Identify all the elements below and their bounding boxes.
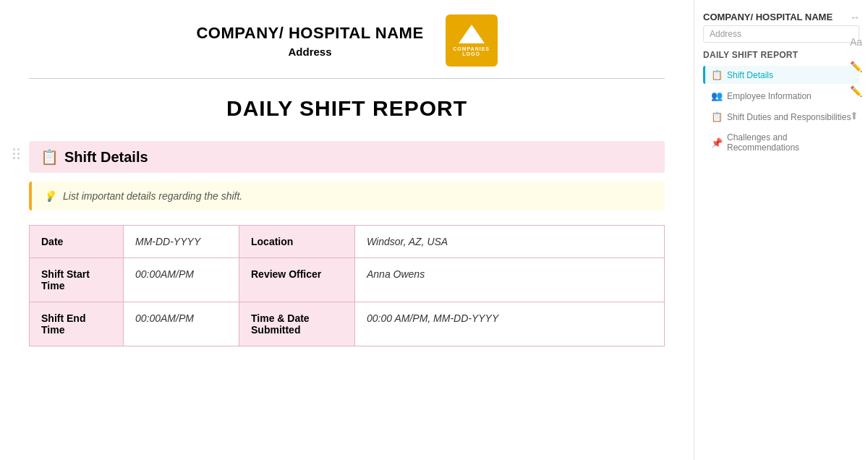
table-row: Shift Start Time00:00AM/PMReview Officer…	[30, 258, 665, 302]
sidebar-employee-label: Employee Information	[727, 91, 812, 101]
row-label-2: Location	[239, 226, 355, 258]
sidebar-challenges-label: Challenges and Recommendations	[727, 132, 854, 153]
company-address: Address	[196, 46, 423, 58]
upload-icon[interactable]: ⬆	[850, 110, 862, 122]
header-text-block: COMPANY/ HOSPITAL NAME Address	[196, 24, 423, 58]
sidebar-navigation: 📋 Shift Details 👥 Employee Information 📋…	[703, 66, 859, 156]
row-label-1: Date	[30, 226, 124, 258]
logo-triangle-icon	[459, 25, 485, 43]
row-label-1: Shift Start Time	[30, 258, 124, 302]
row-value-2: 00:00 AM/PM, MM-DD-YYYY	[355, 302, 665, 346]
table-row: DateMM-DD-YYYYLocationWindsor, AZ, USA	[30, 226, 665, 258]
sidebar-item-shift-details[interactable]: 📋 Shift Details	[703, 66, 859, 84]
expand-icon[interactable]: ↔	[850, 12, 862, 23]
table-row: Shift End Time00:00AM/PMTime & Date Subm…	[30, 302, 665, 346]
row-value-2: Anna Owens	[355, 258, 665, 302]
sidebar-shift-label: Shift Details	[727, 70, 773, 80]
document-header: COMPANY/ HOSPITAL NAME Address COMPANIES…	[29, 14, 665, 79]
row-label-2: Review Officer	[239, 258, 355, 302]
sidebar-item-employee-info[interactable]: 👥 Employee Information	[703, 87, 859, 105]
sidebar-item-challenges[interactable]: 📌 Challenges and Recommendations	[703, 129, 859, 156]
sidebar-company-name: COMPANY/ HOSPITAL NAME	[703, 12, 859, 22]
sidebar-duties-label: Shift Duties and Responsibilities	[727, 112, 851, 122]
company-name: COMPANY/ HOSPITAL NAME	[196, 24, 423, 43]
shift-details-label: Shift Details	[64, 149, 148, 166]
sidebar-address: Address	[703, 25, 859, 43]
shift-details-section: 📋 Shift Details 💡 List important details…	[29, 141, 665, 346]
row-value-1: MM-DD-YYYY	[124, 226, 239, 258]
tip-text: List important details regarding the shi…	[63, 190, 242, 202]
drag-handle[interactable]	[13, 148, 20, 159]
row-label-2: Time & Date Submitted	[239, 302, 355, 346]
tip-box: 💡 List important details regarding the s…	[29, 182, 665, 210]
row-label-1: Shift End Time	[30, 302, 124, 346]
shift-details-header: 📋 Shift Details	[29, 141, 665, 173]
sidebar-report-title: DAILY SHIFT REPORT	[703, 50, 859, 60]
sidebar-shift-icon: 📋	[711, 69, 723, 80]
font-size-icon[interactable]: Aa	[850, 36, 862, 48]
row-value-1: 00:00AM/PM	[124, 302, 239, 346]
sidebar: COMPANY/ HOSPITAL NAME Address DAILY SHI…	[694, 0, 868, 460]
sidebar-duties-icon: 📋	[711, 111, 723, 122]
sidebar-item-shift-duties[interactable]: 📋 Shift Duties and Responsibilities	[703, 108, 859, 126]
sidebar-right-icons: ↔ Aa ✏️ ✏️ ⬆	[850, 12, 862, 122]
report-title: DAILY SHIFT REPORT	[29, 96, 665, 121]
edit-icon-1[interactable]: ✏️	[850, 61, 862, 72]
logo-text: COMPANIESLOGO	[453, 46, 490, 56]
tip-icon: 💡	[43, 190, 56, 202]
company-logo: COMPANIESLOGO	[446, 14, 498, 67]
shift-details-icon: 📋	[41, 148, 59, 166]
edit-icon-2[interactable]: ✏️	[850, 85, 862, 97]
sidebar-employee-icon: 👥	[711, 90, 723, 101]
row-value-2: Windsor, AZ, USA	[355, 226, 665, 258]
row-value-1: 00:00AM/PM	[124, 258, 239, 302]
sidebar-challenges-icon: 📌	[711, 137, 723, 148]
shift-details-table: DateMM-DD-YYYYLocationWindsor, AZ, USASh…	[29, 225, 665, 346]
main-content: COMPANY/ HOSPITAL NAME Address COMPANIES…	[0, 0, 694, 460]
